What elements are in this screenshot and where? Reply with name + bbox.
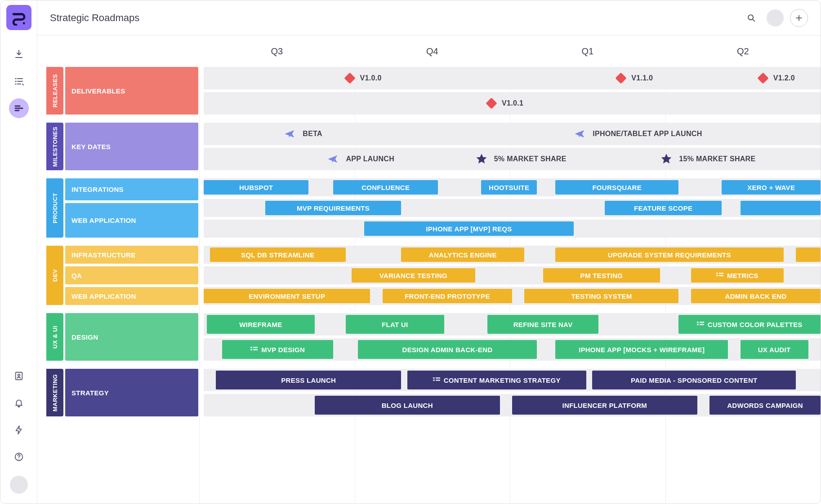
roadmap-bar[interactable]: VARIANCE TESTING — [352, 268, 475, 283]
search-button[interactable] — [742, 9, 760, 27]
roadmap-bar[interactable]: FOURSQUARE — [555, 180, 678, 195]
marker-label: BETA — [303, 130, 322, 138]
milestone-marker[interactable]: V1.2.0 — [759, 67, 795, 89]
marker-label: 5% MARKET SHARE — [494, 155, 567, 163]
roadmap-bar[interactable]: BLOG LAUNCH — [315, 396, 500, 415]
roadmap-bar[interactable]: FRONT-END PROTOTYPE — [383, 289, 512, 303]
app-logo[interactable] — [6, 5, 31, 30]
roadmap-bar[interactable]: ADWORDS CAMPAIGN — [709, 396, 821, 415]
roadmap-bar[interactable]: IPHONE APP [MVP] REQS — [364, 221, 574, 236]
swimlane-group[interactable]: INFRASTRUCTURE — [65, 246, 198, 264]
roadmap-bar[interactable]: MVP REQUIREMENTS — [265, 201, 401, 215]
roadmap-bar[interactable]: WIREFRAME — [207, 315, 315, 334]
swimlane-tab[interactable]: MARKETING — [46, 369, 63, 416]
nav-contacts[interactable] — [9, 366, 29, 386]
add-button[interactable] — [790, 9, 808, 27]
svg-rect-9 — [719, 275, 723, 276]
roadmap-bar[interactable]: TESTING SYSTEM — [524, 289, 678, 303]
roadmap-bar[interactable]: ENVIRONMENT SETUP — [204, 289, 370, 303]
timeline-row: MVP DESIGNDESIGN ADMIN BACK-ENDIPHONE AP… — [204, 338, 821, 361]
bar-label: ADMIN BACK END — [725, 292, 787, 300]
roadmap-bar[interactable]: HUBSPOT — [204, 180, 308, 195]
bar-label: MVP REQUIREMENTS — [297, 204, 370, 212]
roadmap-bar[interactable] — [741, 201, 821, 215]
download-icon — [13, 49, 24, 60]
swimlane-group[interactable]: WEB APPLICATION — [65, 287, 198, 305]
swimlane-group[interactable]: DELIVERABLES — [65, 67, 198, 115]
swimlane-group[interactable]: DESIGN — [65, 313, 198, 361]
swimlane-group[interactable]: WEB APPLICATION — [65, 203, 198, 238]
roadmap-bar[interactable]: HOOTSUITE — [481, 180, 536, 195]
roadmap-bar[interactable]: FLAT UI — [346, 315, 445, 334]
nav-list[interactable] — [9, 71, 29, 91]
swimlane-tab[interactable]: MILESTONES — [46, 123, 63, 170]
roadmap-bar[interactable]: IPHONE APP [MOCKS + WIREFRAME] — [555, 340, 728, 359]
bar-label: ENVIRONMENT SETUP — [249, 292, 325, 300]
swimlane-group[interactable]: KEY DATES — [65, 123, 198, 170]
timeline-row: BLOG LAUNCHINFLUENCER PLATFORMADWORDS CA… — [204, 394, 821, 416]
bar-label: TESTING SYSTEM — [571, 292, 632, 300]
roadmap-bar[interactable]: MVP DESIGN — [222, 340, 333, 359]
milestone-marker[interactable]: V1.1.0 — [617, 67, 653, 89]
roadmap-bar[interactable]: CONFLUENCE — [333, 180, 438, 195]
nav-notifications[interactable] — [9, 393, 29, 413]
svg-rect-13 — [700, 324, 704, 325]
swimlane-tab[interactable]: PRODUCT — [46, 178, 63, 238]
swimlane-releases: RELEASESDELIVERABLESV1.0.0V1.1.0V1.2.0V1… — [46, 67, 821, 115]
swimlane-group[interactable]: STRATEGY — [65, 369, 198, 416]
roadmap-bar[interactable]: METRICS — [691, 268, 784, 283]
roadmap-bar[interactable]: CUSTOM COLOR PALETTES — [678, 315, 821, 334]
swimlane-tab[interactable]: DEV — [46, 246, 63, 305]
roadmap-bar[interactable] — [796, 248, 821, 262]
swimlane-tab[interactable]: RELEASES — [46, 67, 63, 115]
roadmap-bar[interactable]: CONTENT MARKETING STRATEGY — [407, 371, 586, 389]
bar-label: FEATURE SCOPE — [634, 204, 692, 212]
marker-label: V1.0.1 — [502, 99, 523, 107]
bar-label: FLAT UI — [382, 321, 408, 328]
bar-label: IPHONE APP [MOCKS + WIREFRAME] — [579, 346, 705, 354]
swimlane-product: PRODUCTINTEGRATIONSWEB APPLICATIONHUBSPO… — [46, 178, 821, 238]
topbar-avatar[interactable] — [767, 9, 784, 27]
timeline-column: Q2 — [665, 46, 821, 57]
milestone-marker[interactable]: IPHONE/TABLET APP LAUNCH — [574, 123, 702, 145]
roadmap-bar[interactable]: DESIGN ADMIN BACK-END — [358, 340, 537, 359]
milestone-marker[interactable]: BETA — [284, 123, 322, 145]
roadmap-bar[interactable]: ANALYTICS ENGINE — [401, 248, 524, 262]
roadmap-bar[interactable]: ADMIN BACK END — [691, 289, 821, 303]
roadmap-bar[interactable]: PAID MEDIA - SPONSORED CONTENT — [592, 371, 796, 389]
roadmap-bar[interactable]: PRESS LAUNCH — [216, 371, 401, 389]
timeline-icon — [13, 103, 24, 114]
plane-icon — [574, 128, 586, 140]
swimlane-marketing: MARKETINGSTRATEGYPRESS LAUNCHCONTENT MAR… — [46, 369, 821, 416]
nav-roadmap[interactable] — [9, 98, 29, 118]
swimlane-group[interactable]: INTEGRATIONS — [65, 178, 198, 200]
bar-label: HUBSPOT — [239, 184, 273, 191]
roadmap-bar[interactable]: INFLUENCER PLATFORM — [512, 396, 697, 415]
roadmap-bar[interactable]: UX AUDIT — [741, 340, 808, 359]
swimlane-group[interactable]: QA — [65, 266, 198, 284]
rail-avatar[interactable] — [10, 476, 28, 494]
milestone-marker[interactable]: V1.0.0 — [346, 67, 382, 89]
nav-import[interactable] — [9, 44, 29, 64]
milestone-marker[interactable]: APP LAUNCH — [327, 148, 394, 170]
milestone-marker[interactable]: 5% MARKET SHARE — [475, 148, 567, 170]
nav-bolt[interactable] — [9, 420, 29, 440]
roadmap-bar[interactable]: REFINE SITE NAV — [487, 315, 598, 334]
roadmap-bar[interactable]: UPGRADE SYSTEM REQUIREMENTS — [555, 248, 784, 262]
nav-help[interactable] — [9, 447, 29, 467]
roadmap-bar[interactable]: SQL DB STREAMLINE — [210, 248, 346, 262]
timeline-column: Q4 — [355, 46, 510, 57]
milestone-marker[interactable]: 15% MARKET SHARE — [660, 148, 755, 170]
roadmap-bar[interactable]: FEATURE SCOPE — [605, 201, 722, 215]
marker-label: APP LAUNCH — [346, 155, 394, 163]
timeline-row: BETAIPHONE/TABLET APP LAUNCH — [204, 123, 821, 145]
bar-label: REFINE SITE NAV — [513, 321, 573, 328]
swimlane-tab[interactable]: UX & UI — [46, 313, 63, 361]
bar-label: FRONT-END PROTOTYPE — [405, 292, 490, 300]
roadmap-bar[interactable]: XERO + WAVE — [722, 180, 821, 195]
milestone-marker[interactable]: V1.0.1 — [487, 92, 523, 115]
swimlane-uxui: UX & UIDESIGNWIREFRAMEFLAT UIREFINE SITE… — [46, 313, 821, 361]
timeline-row: ENVIRONMENT SETUPFRONT-END PROTOTYPETEST… — [204, 287, 821, 305]
bar-label: UPGRADE SYSTEM REQUIREMENTS — [608, 251, 731, 259]
roadmap-bar[interactable]: PM TESTING — [543, 268, 660, 283]
